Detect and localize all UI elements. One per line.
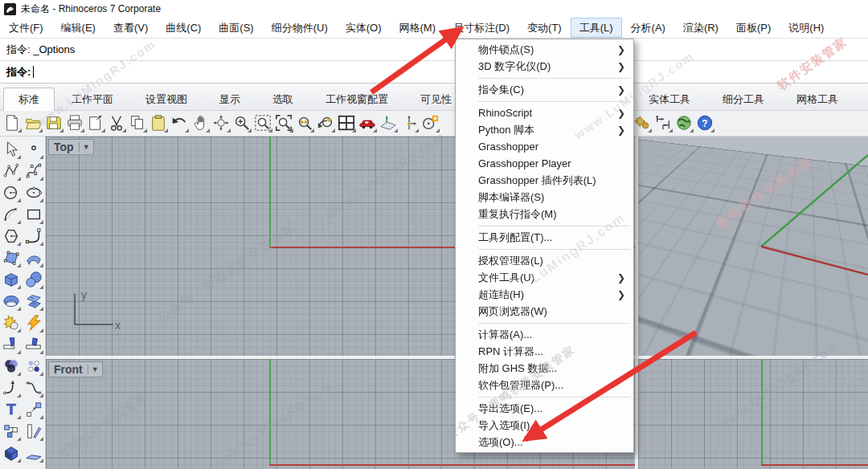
menu-item-grasshopper-player[interactable]: Grasshopper Player xyxy=(456,155,633,172)
menu-item-license-manager[interactable]: 授权管理器(L) xyxy=(456,252,633,269)
tab-细分工具[interactable]: 细分工具 xyxy=(707,88,780,111)
export-page-icon[interactable] xyxy=(85,112,106,133)
spheres-icon[interactable] xyxy=(23,269,44,290)
ellipse-icon[interactable] xyxy=(23,182,44,203)
tab-工作视窗配置[interactable]: 工作视窗配置 xyxy=(310,88,403,111)
menubar-item-11[interactable]: 工具(L) xyxy=(571,18,622,38)
pan-icon[interactable] xyxy=(190,112,211,133)
menubar-item-1[interactable]: 文件(F) xyxy=(0,18,52,38)
menubar-item-15[interactable]: 说明(H) xyxy=(780,18,833,38)
menubar-item-10[interactable]: 变动(T) xyxy=(518,18,571,38)
boolean-star-icon[interactable] xyxy=(1,312,22,333)
menubar-item-7[interactable]: 实体(O) xyxy=(337,18,391,38)
menu-item-import-options[interactable]: 导入选项(I)... xyxy=(456,417,633,434)
chevron-down-icon[interactable]: ▼ xyxy=(88,365,102,374)
options-gears-icon[interactable] xyxy=(632,112,653,133)
trim-icon[interactable] xyxy=(1,334,22,355)
zoom-window-icon[interactable] xyxy=(252,112,273,133)
cplane-icon[interactable] xyxy=(378,112,399,133)
menu-item-file-utilities[interactable]: 文件工具(U)❯ xyxy=(456,269,633,286)
save-icon[interactable] xyxy=(43,112,64,133)
cut-icon[interactable] xyxy=(106,112,127,133)
blend-curve-icon[interactable] xyxy=(23,377,44,398)
tab-设置视图[interactable]: 设置视图 xyxy=(130,88,203,111)
open-file-icon[interactable] xyxy=(23,112,43,133)
tab-工作平面[interactable]: 工作平面 xyxy=(56,88,129,111)
fillet-curve-icon[interactable] xyxy=(1,377,22,398)
circle-icon[interactable] xyxy=(1,182,22,203)
gumball-icon[interactable] xyxy=(399,112,420,133)
menubar-item-2[interactable]: 编辑(E) xyxy=(52,18,104,38)
new-file-icon[interactable] xyxy=(2,112,23,133)
menu-item-options[interactable]: 选项(O)... xyxy=(456,434,633,451)
tab-显示[interactable]: 显示 xyxy=(204,88,256,111)
copy-icon[interactable] xyxy=(127,112,148,133)
menubar-item-14[interactable]: 面板(P) xyxy=(727,18,780,38)
arc-icon[interactable] xyxy=(1,204,22,225)
menu-item-rhinoscript[interactable]: RhinoScript❯ xyxy=(456,104,633,121)
control-curve-icon[interactable] xyxy=(23,161,44,181)
viewport-layout-icon[interactable] xyxy=(336,112,357,133)
blend-arc-icon[interactable] xyxy=(23,226,44,247)
menubar-item-4[interactable]: 曲线(C) xyxy=(157,18,210,38)
menu-item-ghs-data[interactable]: 附加 GHS 数据... xyxy=(456,360,633,377)
menu-item-calculator[interactable]: 计算器(A)... xyxy=(456,326,633,343)
menu-item-repeat-command[interactable]: 重复执行指令(M) xyxy=(456,206,633,222)
menu-item-grasshopper[interactable]: Grasshopper xyxy=(456,138,633,155)
scale-icon[interactable] xyxy=(23,399,44,420)
menu-item-hyperlink[interactable]: 超连结(H)❯ xyxy=(456,286,633,303)
menu-item-rpn-calculator[interactable]: RPN 计算器... xyxy=(456,343,633,360)
select-cursor-icon[interactable] xyxy=(1,139,22,160)
box-icon[interactable] xyxy=(1,269,22,290)
menubar-item-8[interactable]: 网格(M) xyxy=(391,18,445,38)
help-icon[interactable]: ? xyxy=(694,112,715,133)
zoom-dynamic-icon[interactable] xyxy=(231,112,252,133)
menu-item-osnap[interactable]: 物件锁点(S)❯ xyxy=(456,41,633,58)
blocks-icon[interactable] xyxy=(1,421,22,442)
menubar-item-13[interactable]: 渲染(R) xyxy=(674,18,727,38)
tab-网格工具[interactable]: 网格工具 xyxy=(781,88,854,111)
patch-surface-icon[interactable] xyxy=(1,247,22,268)
menu-item-script-compiler[interactable]: 脚本编译器(S) xyxy=(456,189,633,206)
earth-icon[interactable] xyxy=(674,112,694,133)
circle-center-icon[interactable] xyxy=(420,112,440,133)
tab-实体工具[interactable]: 实体工具 xyxy=(633,88,706,111)
viewport-perspective[interactable] xyxy=(638,137,868,356)
zoom-extents-icon[interactable] xyxy=(273,112,294,133)
point-icon[interactable] xyxy=(23,139,44,160)
tab-选取[interactable]: 选取 xyxy=(257,88,309,111)
extrude-icon[interactable] xyxy=(23,442,44,463)
menu-item-export-options[interactable]: 导出选项(E)... xyxy=(456,400,633,417)
tab-渲染工具[interactable]: 渲染工具 xyxy=(855,88,868,111)
solid-box-icon[interactable] xyxy=(1,442,22,463)
viewport-right[interactable] xyxy=(638,359,868,469)
viewport-label-front[interactable]: Front ▼ xyxy=(48,361,103,377)
tab-标准[interactable]: 标准 xyxy=(3,88,55,112)
mesh-array-icon[interactable] xyxy=(23,291,44,312)
zoom-selected-icon[interactable] xyxy=(294,112,315,133)
menubar-item-6[interactable]: 细分物件(U) xyxy=(263,18,337,38)
undo-icon[interactable] xyxy=(169,112,190,133)
rotate-view-icon[interactable] xyxy=(211,112,231,133)
explode-lightning-icon[interactable] xyxy=(23,312,44,333)
menu-item-python[interactable]: Python 脚本❯ xyxy=(456,121,633,138)
menu-item-package-manager[interactable]: 软件包管理器(P)... xyxy=(456,377,633,394)
print-icon[interactable] xyxy=(64,112,85,133)
menu-item-grasshopper-plugins[interactable]: Grasshopper 插件列表(L) xyxy=(456,172,633,189)
car-icon[interactable] xyxy=(357,112,378,133)
polyline-icon[interactable] xyxy=(1,161,22,181)
chevron-down-icon[interactable]: ▼ xyxy=(79,142,93,152)
undo-view-icon[interactable] xyxy=(315,112,336,133)
distribute-icon[interactable] xyxy=(23,421,44,442)
dimension-icon[interactable] xyxy=(653,112,674,133)
curved-surface-icon[interactable] xyxy=(23,247,44,268)
menubar-item-5[interactable]: 曲面(S) xyxy=(210,18,262,38)
polygon-icon[interactable] xyxy=(1,226,22,247)
join-circles-icon[interactable] xyxy=(1,356,22,377)
paste-icon[interactable] xyxy=(148,112,169,133)
split-icon[interactable] xyxy=(23,334,44,355)
menu-item-toolbar-layout[interactable]: 工具列配置(T)... xyxy=(456,229,633,246)
text-icon[interactable]: T xyxy=(1,399,22,420)
menubar-item-12[interactable]: 分析(A) xyxy=(622,18,674,38)
menubar-item-3[interactable]: 查看(V) xyxy=(104,18,157,38)
